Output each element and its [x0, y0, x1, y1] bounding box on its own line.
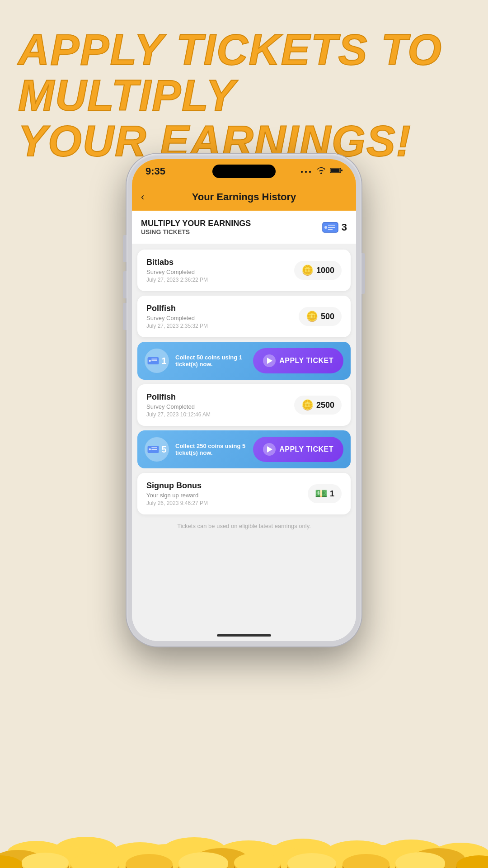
card-title: Pollfish: [146, 392, 211, 402]
multiply-text: MULTIPLY YOUR EARNINGS USING TICKETS: [141, 219, 251, 236]
card-date: July 27, 2023 2:36:22 PM: [146, 277, 208, 283]
home-indicator: [217, 634, 271, 637]
phone-screen: 9:35 ●●●: [132, 159, 356, 641]
prompt-left-2: 5: [145, 437, 169, 462]
card-info: Pollfish Survey Completed July 27, 2023 …: [146, 304, 208, 329]
card-info: Bitlabs Survey Completed July 27, 2023 2…: [146, 258, 208, 283]
amount-value-pollfish1: 500: [321, 312, 334, 321]
coin-icon-pollfish2: 🪙: [301, 399, 314, 411]
dynamic-island: [212, 165, 276, 178]
card-date: July 26, 2023 9:46:27 PM: [146, 500, 208, 506]
coin-amount-pollfish2: 🪙 2500: [294, 396, 342, 415]
coin-pile-svg: [0, 769, 488, 868]
card-title: Signup Bonus: [146, 481, 208, 491]
ticket-num-2: 5: [161, 444, 166, 455]
apply-label-2: APPLY TICKET: [279, 445, 333, 453]
hero-title: APPLY TICKETS TO MULTIPLY YOUR EARNINGS!: [18, 27, 470, 164]
earnings-card-pollfish2: Pollfish Survey Completed July 27, 2023 …: [137, 384, 351, 426]
card-info: Pollfish Survey Completed July 27, 2023 …: [146, 392, 211, 418]
card-row: Bitlabs Survey Completed July 27, 2023 2…: [146, 258, 342, 283]
ticket-circle-2: 5: [145, 437, 169, 462]
card-subtitle: Your sign up reward: [146, 492, 208, 499]
footer-note: Tickets can be used on eligible latest e…: [137, 519, 351, 531]
play-icon-2: [263, 443, 276, 456]
svg-point-90: [149, 360, 151, 362]
prompt-left-1: 1: [145, 349, 169, 373]
prompt-text-2: Collect 250 coins using 5 ticket(s) now.: [175, 443, 247, 456]
play-icon-1: [263, 354, 276, 367]
phone-frame: 9:35 ●●●: [127, 154, 361, 646]
coin-pile: [0, 769, 488, 868]
earnings-card-bitlabs: Bitlabs Survey Completed July 27, 2023 2…: [137, 250, 351, 291]
status-bar: 9:35 ●●●: [132, 159, 356, 184]
svg-rect-82: [341, 170, 343, 171]
card-date: July 27, 2023 10:12:46 AM: [146, 411, 211, 418]
card-subtitle: Survey Completed: [146, 403, 211, 410]
prompt-right-1: Collect 50 coins using 1 ticket(s) now.: [175, 354, 247, 368]
apply-ticket-button-2[interactable]: APPLY TICKET: [253, 437, 343, 462]
coin-icon-pollfish1: 🪙: [306, 311, 318, 322]
ticket-num-1: 1: [161, 356, 166, 366]
battery-icon: [330, 167, 343, 175]
footer-note-text: Tickets can be used on eligible latest e…: [177, 523, 311, 529]
ticket-icon-prompt1: [147, 356, 160, 366]
multiply-heading: MULTIPLY YOUR EARNINGS: [141, 219, 251, 228]
ticket-icon: [322, 221, 339, 234]
svg-point-94: [149, 448, 151, 450]
prompt-right-2: Collect 250 coins using 5 ticket(s) now.: [175, 443, 247, 456]
back-button[interactable]: ‹: [141, 191, 144, 203]
coin-amount-bitlabs: 🪙 1000: [294, 261, 342, 280]
ticket-circle-1: 1: [145, 349, 169, 373]
ticket-icon-prompt2: [147, 444, 160, 454]
card-row: Pollfish Survey Completed July 27, 2023 …: [146, 392, 342, 418]
money-icon-signup: 💵: [315, 488, 327, 500]
card-row: Signup Bonus Your sign up reward July 26…: [146, 481, 342, 506]
money-badge-signup: 💵 1: [308, 484, 342, 503]
amount-value-bitlabs: 1000: [316, 266, 334, 275]
header-title: Your Earnings History: [192, 191, 296, 203]
card-date: July 27, 2023 2:35:32 PM: [146, 323, 208, 329]
card-info: Signup Bonus Your sign up reward July 26…: [146, 481, 208, 506]
apply-label-1: APPLY TICKET: [279, 357, 333, 365]
scroll-content[interactable]: Bitlabs Survey Completed July 27, 2023 2…: [132, 244, 356, 641]
prompt-text-1: Collect 50 coins using 1 ticket(s) now.: [175, 354, 247, 368]
card-subtitle: Survey Completed: [146, 269, 208, 275]
earnings-card-signup: Signup Bonus Your sign up reward July 26…: [137, 473, 351, 514]
ticket-total-count: 3: [342, 222, 347, 233]
ticket-prompt-1: 1 Collect 50 coins using 1 ticket(s) now…: [137, 342, 351, 380]
status-icons: ●●●: [300, 167, 343, 176]
coin-amount-pollfish1: 🪙 500: [299, 307, 342, 326]
status-time: 9:35: [145, 165, 165, 177]
amount-value-signup: 1: [330, 489, 334, 499]
ticket-badge: 3: [322, 221, 347, 234]
card-subtitle: Survey Completed: [146, 315, 208, 321]
earnings-card-pollfish1: Pollfish Survey Completed July 27, 2023 …: [137, 296, 351, 337]
coin-icon-bitlabs: 🪙: [301, 264, 314, 276]
svg-point-85: [324, 226, 327, 229]
card-row: Pollfish Survey Completed July 27, 2023 …: [146, 304, 342, 329]
play-triangle-1: [267, 358, 272, 364]
apply-ticket-button-1[interactable]: APPLY TICKET: [253, 348, 343, 373]
ticket-prompt-2: 5 Collect 250 coins using 5 ticket(s) no…: [137, 430, 351, 468]
play-triangle-2: [267, 446, 272, 453]
phone-wrapper: 9:35 ●●●: [127, 154, 361, 646]
wifi-icon: [316, 167, 326, 176]
app-header: ‹ Your Earnings History: [132, 184, 356, 211]
multiply-subheading: USING TICKETS: [141, 228, 251, 236]
hero-title-line1: APPLY TICKETS TO MULTIPLY: [18, 25, 442, 119]
amount-value-pollfish2: 2500: [316, 401, 334, 410]
signal-dots: ●●●: [300, 169, 313, 174]
card-title: Pollfish: [146, 304, 208, 313]
multiply-banner: MULTIPLY YOUR EARNINGS USING TICKETS 3: [132, 211, 356, 244]
card-title: Bitlabs: [146, 258, 208, 267]
svg-rect-81: [331, 169, 340, 172]
